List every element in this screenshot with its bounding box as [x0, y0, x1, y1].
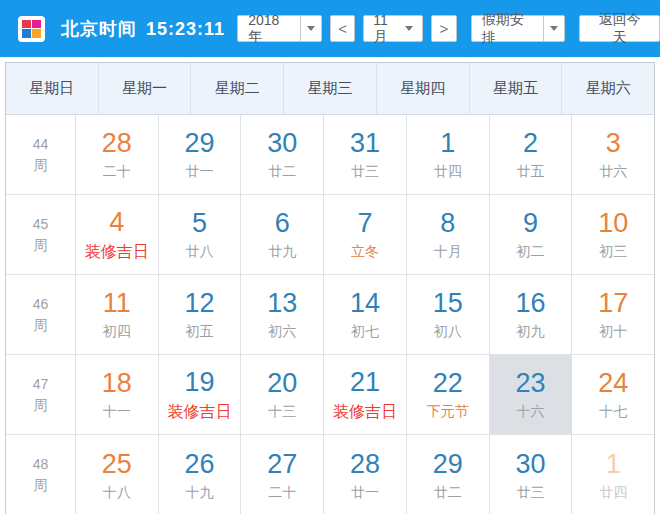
calendar-week-row: 47周18十一19装修吉日20十三21装修吉日22下元节23十六24十七 [6, 355, 654, 435]
current-time: 15:23:11 [146, 19, 225, 40]
day-cell[interactable]: 22下元节 [407, 355, 490, 434]
day-cell[interactable]: 20十三 [241, 355, 324, 434]
day-cell[interactable]: 19装修吉日 [159, 355, 242, 434]
day-cell[interactable]: 24十七 [572, 355, 654, 434]
day-lunar-label: 立冬 [351, 244, 379, 259]
month-chevron-down-icon [405, 26, 413, 31]
year-chevron-down-icon[interactable] [300, 16, 321, 41]
day-cell[interactable]: 18十一 [76, 355, 159, 434]
day-cell[interactable]: 30廿二 [241, 115, 324, 194]
topbar: 北京时间 15:23:11 2018年 < 11月 > 假期安排 返回今天 [0, 0, 660, 57]
day-number: 7 [358, 209, 373, 239]
day-lunar-label: 十三 [268, 404, 296, 419]
week-number-label: 47周 [6, 355, 76, 434]
day-number: 20 [267, 369, 297, 399]
day-cell[interactable]: 1廿四 [572, 435, 654, 514]
year-select[interactable]: 2018年 [237, 15, 322, 42]
holiday-chevron-down-icon[interactable] [543, 16, 564, 41]
holiday-schedule-select[interactable]: 假期安排 [471, 15, 566, 42]
day-cell[interactable]: 26十九 [159, 435, 242, 514]
weekday-header-row: 星期日星期一星期二星期三星期四星期五星期六 [6, 63, 654, 115]
day-number: 28 [102, 129, 132, 159]
day-cell[interactable]: 25十八 [76, 435, 159, 514]
weekday-header: 星期二 [191, 63, 284, 114]
back-to-today-button[interactable]: 返回今天 [579, 15, 660, 42]
day-number: 30 [267, 129, 297, 159]
day-cell[interactable]: 2廿五 [490, 115, 573, 194]
day-number: 2 [523, 129, 538, 159]
day-lunar-label: 二十 [268, 485, 296, 500]
day-lunar-label: 装修吉日 [333, 403, 397, 421]
next-month-button[interactable]: > [431, 15, 456, 42]
day-cell[interactable]: 21装修吉日 [324, 355, 407, 434]
day-cell[interactable]: 1廿四 [407, 115, 490, 194]
beijing-time-label: 北京时间 [61, 17, 137, 41]
week-number-label: 44周 [6, 115, 76, 194]
day-lunar-label: 十一 [103, 404, 131, 419]
day-cell[interactable]: 27二十 [241, 435, 324, 514]
weekday-header: 星期三 [284, 63, 377, 114]
day-number: 12 [185, 289, 215, 319]
day-cell[interactable]: 9初二 [490, 195, 573, 274]
month-select-value[interactable]: 11月 [373, 12, 399, 46]
day-cell[interactable]: 15初八 [407, 275, 490, 354]
day-cell[interactable]: 29廿二 [407, 435, 490, 514]
day-cell[interactable]: 16初九 [490, 275, 573, 354]
day-number: 18 [102, 369, 132, 399]
day-lunar-label: 初八 [434, 324, 462, 339]
day-lunar-label: 初十 [599, 324, 627, 339]
day-cell[interactable]: 28二十 [76, 115, 159, 194]
month-select[interactable]: 11月 [363, 15, 423, 42]
day-cell[interactable]: 12初五 [159, 275, 242, 354]
day-number: 28 [350, 450, 380, 480]
day-lunar-label: 初五 [186, 324, 214, 339]
day-lunar-label: 初四 [103, 324, 131, 339]
day-number: 19 [185, 368, 215, 398]
day-lunar-label: 二十 [103, 164, 131, 179]
day-number: 29 [433, 450, 463, 480]
day-number: 22 [433, 369, 463, 399]
day-cell[interactable]: 28廿一 [324, 435, 407, 514]
day-number: 24 [598, 369, 628, 399]
weekday-header: 星期一 [99, 63, 192, 114]
day-lunar-label: 廿六 [599, 164, 627, 179]
day-number: 26 [185, 450, 215, 480]
day-cell[interactable]: 17初十 [572, 275, 654, 354]
clock-title: 北京时间 15:23:11 [61, 17, 225, 41]
day-number: 6 [275, 209, 290, 239]
calendar-week-row: 44周28二十29廿一30廿二31廿三1廿四2廿五3廿六 [6, 115, 654, 195]
day-lunar-label: 廿四 [599, 485, 627, 500]
day-number: 1 [606, 450, 621, 480]
day-cell[interactable]: 3廿六 [572, 115, 654, 194]
day-lunar-label: 廿二 [434, 485, 462, 500]
day-cell[interactable]: 11初四 [76, 275, 159, 354]
day-cell[interactable]: 8十月 [407, 195, 490, 274]
day-cell[interactable]: 13初六 [241, 275, 324, 354]
day-cell[interactable]: 29廿一 [159, 115, 242, 194]
day-cell[interactable]: 14初七 [324, 275, 407, 354]
day-cell[interactable]: 31廿三 [324, 115, 407, 194]
day-number: 5 [192, 209, 207, 239]
day-number: 10 [598, 209, 628, 239]
day-cell[interactable]: 10初三 [572, 195, 654, 274]
day-number: 16 [515, 289, 545, 319]
day-cell[interactable]: 5廿八 [159, 195, 242, 274]
day-cell[interactable]: 30廿三 [490, 435, 573, 514]
weekday-header: 星期六 [562, 63, 654, 114]
calendar-week-row: 46周11初四12初五13初六14初七15初八16初九17初十 [6, 275, 654, 355]
day-cell[interactable]: 7立冬 [324, 195, 407, 274]
day-cell[interactable]: 6廿九 [241, 195, 324, 274]
day-cell[interactable]: 4装修吉日 [76, 195, 159, 274]
day-lunar-label: 初二 [516, 244, 544, 259]
day-cell-selected[interactable]: 23十六 [490, 355, 573, 434]
day-lunar-label: 初七 [351, 324, 379, 339]
day-lunar-label: 廿一 [351, 485, 379, 500]
day-lunar-label: 十月 [434, 244, 462, 259]
day-lunar-label: 十六 [516, 404, 544, 419]
year-select-value[interactable]: 2018年 [238, 16, 299, 41]
prev-month-button[interactable]: < [330, 15, 355, 42]
day-number: 1 [440, 129, 455, 159]
day-number: 30 [515, 450, 545, 480]
holiday-schedule-label[interactable]: 假期安排 [472, 16, 544, 41]
day-number: 3 [606, 129, 621, 159]
